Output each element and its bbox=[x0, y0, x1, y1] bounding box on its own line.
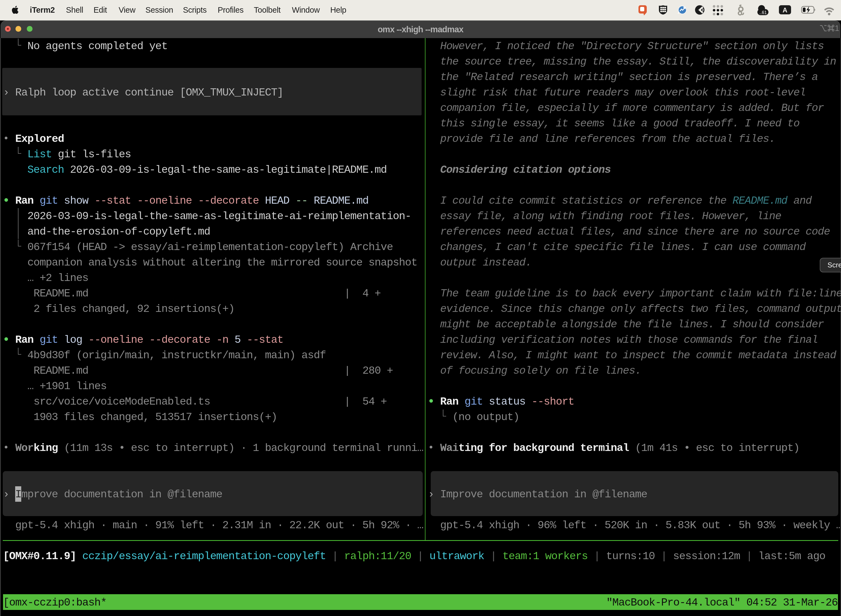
svg-text:A: A bbox=[782, 6, 787, 14]
svg-text:..61: ..61 bbox=[759, 10, 767, 15]
svg-text:1: 1 bbox=[835, 24, 840, 32]
